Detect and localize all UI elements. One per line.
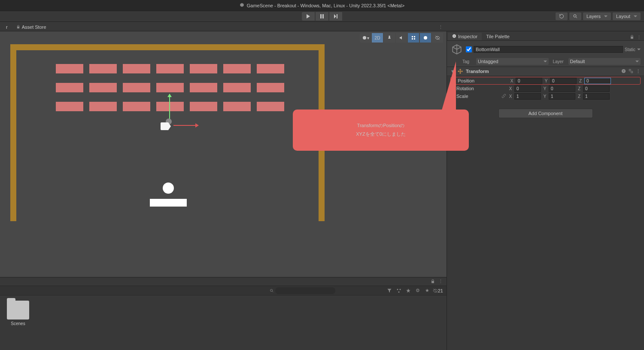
scale-z-input[interactable] [583,93,610,100]
rotation-row: Rotation X Y Z [450,85,641,92]
svg-point-4 [270,289,273,292]
scale-y-input[interactable] [549,93,575,100]
brick [89,102,117,111]
callout-line-2: XYZを全て0にしました [303,130,459,139]
static-label: Static [625,47,635,52]
gizmo-y-axis[interactable] [169,94,170,119]
transform-component-header[interactable]: ▼ Transform ? ⋮ [447,67,644,76]
layer-dropdown[interactable]: Default [568,58,641,65]
brick [257,83,284,92]
scene-lighting-toggle[interactable] [384,33,395,43]
rotation-y-input[interactable] [549,85,575,92]
axis-x-label: X [507,86,513,91]
scene-tabs-row: r Asset Store [0,22,644,31]
svg-point-5 [397,289,398,290]
rotation-label: Rotation [450,86,500,91]
brick [190,64,217,73]
svg-point-0 [574,15,576,17]
play-button[interactable] [302,12,315,21]
position-x-input[interactable] [516,78,542,84]
scene-2d-toggle[interactable]: 2D [372,33,383,43]
svg-text:i: i [454,35,454,37]
tile-palette-tab[interactable]: Tile Palette [482,33,514,40]
game-paddle [150,199,187,207]
gizmo-x-axis[interactable] [173,125,198,126]
svg-text:?: ? [623,70,624,72]
help-icon[interactable]: ? [621,69,626,74]
lock-icon[interactable] [630,35,634,40]
context-menu-icon[interactable]: ⋮ [438,279,443,284]
axis-y-label: Y [542,94,548,99]
position-z-input[interactable] [584,78,611,84]
transform-icon [457,68,463,74]
folder-icon [7,301,29,320]
scene-view[interactable]: ⋮ ▾ 2D [0,31,447,277]
scene-fx-toggle[interactable] [408,33,419,43]
main-tab-left[interactable]: r [2,23,12,31]
scale-label: Scale [450,94,500,99]
asset-store-tab[interactable]: Asset Store [12,23,51,31]
axis-z-label: Z [576,86,582,91]
static-dropdown[interactable] [637,49,641,50]
context-menu-icon[interactable]: ⋮ [636,69,641,74]
window-title: GameScene - Breakout - Windows, Mac, Lin… [247,3,404,8]
step-button[interactable] [329,12,342,21]
settings-icon[interactable]: ⚙ [414,287,422,295]
callout-line-1: TransformのPositionの [303,122,459,130]
scene-visibility-toggle[interactable] [432,33,443,43]
hierarchy-icon[interactable] [395,287,403,295]
gameobject-cube-icon[interactable] [450,43,463,56]
search-button[interactable] [569,12,581,20]
favorite-icon[interactable] [404,287,412,295]
project-folder-grid[interactable]: Scenes [0,295,447,350]
project-search-input[interactable] [275,287,335,294]
svg-point-1 [363,36,366,40]
preset-icon[interactable] [629,69,633,74]
position-label: Position [452,78,501,83]
gameobject-active-checkbox[interactable] [466,46,472,52]
axis-x-label: X [509,79,515,83]
brick [89,83,117,92]
scale-link-icon[interactable] [501,94,507,99]
hidden-items-button[interactable]: 21 [433,287,443,295]
add-component-button[interactable]: Add Component [498,109,593,118]
position-y-input[interactable] [550,78,577,84]
chevron-down-icon [634,15,637,17]
rotation-z-input[interactable] [583,85,610,92]
brick [223,64,251,73]
scene-camera-dropdown[interactable]: ▾ [360,33,371,43]
tag-dropdown[interactable]: Untagged [476,58,549,65]
scene-audio-toggle[interactable] [396,33,407,43]
object-header: Static [447,41,644,58]
context-menu-icon[interactable]: ⋮ [637,35,641,40]
window-titlebar: GameScene - Breakout - Windows, Mac, Lin… [0,0,644,11]
lock-icon [16,24,20,30]
svg-point-6 [399,289,401,290]
inspector-tab[interactable]: i Inspector [448,33,482,40]
brick [156,102,184,111]
scene-gizmos-toggle[interactable] [420,33,431,43]
scale-row: Scale X Y Z [450,92,641,100]
layout-dropdown[interactable]: Layout [613,12,641,20]
svg-rect-14 [631,71,633,73]
layer-label: Layer [553,59,567,64]
layers-dropdown[interactable]: Layers [583,12,611,20]
pause-button[interactable] [316,12,328,21]
axis-y-label: Y [542,86,548,91]
rotation-x-input[interactable] [514,85,541,92]
scene-canvas[interactable] [10,44,325,221]
filter-icon[interactable] [386,287,393,295]
undo-history-button[interactable] [556,12,568,20]
context-menu-icon[interactable]: ⋮ [438,24,443,30]
gameobject-name-input[interactable] [474,46,623,53]
scenes-folder[interactable]: Scenes [5,301,31,326]
scale-x-input[interactable] [514,93,541,100]
chevron-down-icon [635,61,639,62]
svg-point-7 [398,291,399,292]
game-ball [163,183,174,194]
lock-icon[interactable] [431,279,435,284]
brick [190,102,217,111]
callout-pointer [441,61,456,113]
chevron-down-icon [544,61,547,62]
star-icon[interactable]: ★ [423,287,431,295]
